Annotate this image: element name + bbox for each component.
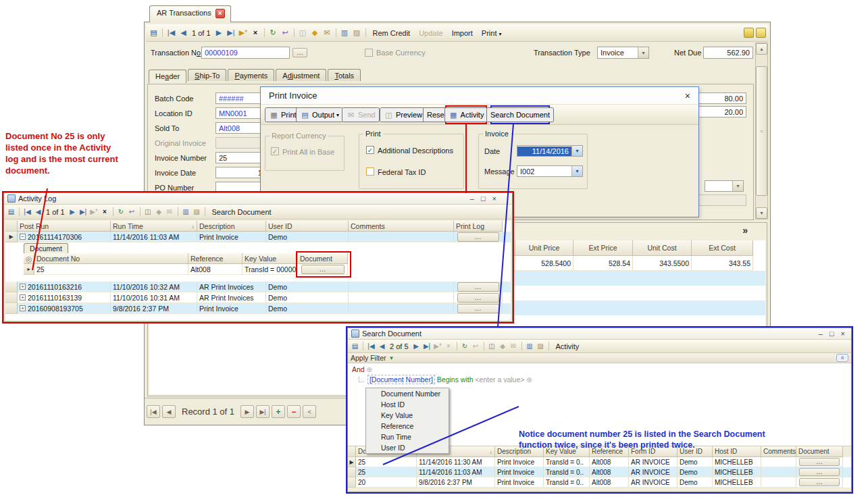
magnifier-icon[interactable]: ◎ bbox=[24, 253, 34, 264]
col-post-run[interactable]: Post Run bbox=[18, 221, 111, 232]
new-record-icon[interactable]: ▶* bbox=[434, 342, 442, 350]
minimize-icon[interactable]: – bbox=[819, 330, 823, 338]
invoice-message-combo[interactable]: I002 ▾ bbox=[517, 165, 583, 177]
rem-credit-button[interactable]: Rem Credit bbox=[369, 28, 414, 38]
dropdown-icon[interactable]: ▾ bbox=[732, 181, 743, 191]
previous-record-icon[interactable]: ◀ bbox=[378, 342, 386, 350]
close-icon[interactable]: × bbox=[492, 194, 496, 203]
items-col-unit-price[interactable]: Unit Price bbox=[515, 240, 573, 256]
print-all-in-base-checkbox[interactable]: ✓ bbox=[271, 147, 279, 155]
expand-row-icon[interactable]: + bbox=[20, 305, 26, 311]
preview-icon[interactable]: ◫ bbox=[144, 207, 153, 216]
document-button[interactable]: … bbox=[799, 478, 840, 486]
dropdown-icon[interactable]: ▾ bbox=[571, 146, 582, 156]
copy-icon[interactable]: ▥ bbox=[526, 342, 534, 350]
document-row[interactable]: ▸ 25 Alt008 TransId = 00000109 … bbox=[24, 264, 349, 275]
transaction-no-input[interactable]: 00000109 bbox=[201, 47, 290, 59]
col-reference[interactable]: Reference bbox=[188, 253, 242, 264]
activity-row[interactable]: +20160908193705 9/8/2016 2:37 PM Print I… bbox=[5, 303, 511, 314]
first-record-icon[interactable]: |◀ bbox=[166, 28, 176, 38]
scroll-down-icon[interactable]: ▾ bbox=[756, 207, 767, 219]
last-record-icon[interactable]: ▶| bbox=[423, 342, 432, 350]
filter-field[interactable]: [Document Number] bbox=[367, 375, 435, 384]
invoice-date-picker[interactable]: 11/14/2016 ▾ bbox=[517, 145, 583, 157]
transaction-no-lookup-button[interactable]: … bbox=[292, 48, 307, 57]
last-record-icon[interactable]: ▶| bbox=[79, 207, 88, 216]
refresh-icon[interactable]: ↻ bbox=[117, 207, 126, 216]
preview-icon[interactable]: ◫ bbox=[488, 342, 496, 350]
additional-descriptions-checkbox[interactable]: ✓ bbox=[366, 146, 374, 154]
maximize-icon[interactable]: □ bbox=[829, 330, 834, 338]
back-button[interactable]: < bbox=[303, 405, 316, 418]
help-icon[interactable]: ◆ bbox=[499, 342, 507, 350]
activity-button[interactable]: ▦Activity bbox=[444, 107, 488, 122]
first-record-icon[interactable]: |◀ bbox=[23, 207, 32, 216]
add-record-button[interactable]: + bbox=[272, 405, 285, 418]
delete-record-icon[interactable]: × bbox=[251, 28, 261, 38]
copy-icon[interactable]: ▥ bbox=[182, 207, 190, 216]
help-icon[interactable]: ◆ bbox=[310, 28, 320, 38]
scrollbar-thumb[interactable]: = bbox=[756, 66, 767, 196]
side-combo[interactable]: ▾ bbox=[705, 180, 744, 192]
search-row[interactable]: ▶ 25 11/14/2016 11:30 AM Print Invoice T… bbox=[348, 457, 851, 467]
items-col-ext-price[interactable]: Ext Price bbox=[573, 240, 633, 256]
add-condition-icon[interactable]: ⊕ bbox=[526, 376, 532, 384]
next-record-icon[interactable]: ▶ bbox=[214, 28, 224, 38]
next-record-icon[interactable]: ▶ bbox=[412, 342, 421, 350]
link-icon[interactable] bbox=[744, 28, 754, 38]
next-record-icon[interactable]: ▶ bbox=[68, 207, 77, 216]
next-record-button[interactable]: ▶ bbox=[240, 405, 254, 418]
undo-icon[interactable]: ↩ bbox=[128, 207, 136, 216]
col-run-time[interactable]: Run Time↓ bbox=[111, 221, 197, 232]
apply-filter-bar[interactable]: Apply Filter ▼ » bbox=[348, 353, 851, 363]
tab-ship-to[interactable]: Ship-To bbox=[188, 69, 226, 81]
import-button[interactable]: Import bbox=[449, 28, 476, 38]
col-key-value[interactable]: Key Value bbox=[242, 253, 298, 264]
paste-icon[interactable]: ▨ bbox=[352, 28, 362, 38]
help-icon[interactable]: ◆ bbox=[155, 207, 163, 216]
copy-icon[interactable]: ▥ bbox=[340, 28, 350, 38]
email-icon[interactable]: ✉ bbox=[165, 207, 174, 216]
previous-record-icon[interactable]: ◀ bbox=[34, 207, 43, 216]
col-document[interactable]: Document bbox=[796, 446, 843, 457]
refresh-icon[interactable]: ↻ bbox=[461, 342, 469, 350]
document-button[interactable]: … bbox=[799, 458, 840, 466]
col-user-id[interactable]: User ID bbox=[266, 221, 349, 232]
email-icon[interactable]: ✉ bbox=[509, 342, 518, 350]
document-subtab[interactable]: Document bbox=[24, 242, 70, 253]
tab-adjustment[interactable]: Adjustment bbox=[276, 69, 326, 81]
print-log-button[interactable]: … bbox=[457, 282, 499, 292]
previous-record-button[interactable]: ◀ bbox=[162, 405, 176, 418]
dropdown-icon[interactable]: ▾ bbox=[571, 166, 582, 176]
collapse-filter-button[interactable]: » bbox=[836, 354, 848, 362]
menu-item-user-id[interactable]: User ID bbox=[366, 442, 449, 453]
col-print-log[interactable]: Print Log bbox=[454, 221, 503, 232]
federal-tax-id-checkbox[interactable] bbox=[366, 167, 374, 176]
col-description[interactable]: Description bbox=[197, 221, 266, 232]
col-document-no[interactable]: Document No bbox=[34, 253, 188, 264]
menu-item-host-id[interactable]: Host ID bbox=[366, 399, 449, 410]
scroll-up-icon[interactable]: ▴ bbox=[756, 43, 767, 55]
first-record-button[interactable]: |◀ bbox=[147, 405, 160, 418]
save-icon[interactable]: ▤ bbox=[351, 342, 359, 350]
base-currency-checkbox[interactable] bbox=[365, 49, 373, 57]
expand-row-icon[interactable]: + bbox=[20, 284, 26, 290]
close-icon[interactable]: × bbox=[841, 330, 845, 338]
new-record-icon[interactable]: ▶* bbox=[90, 207, 99, 216]
preview-button[interactable]: ◫Preview bbox=[380, 107, 426, 122]
expand-pane-icon[interactable]: » bbox=[742, 225, 748, 236]
print-log-button[interactable]: … bbox=[457, 304, 499, 313]
add-condition-icon[interactable]: ⊕ bbox=[367, 366, 372, 373]
filter-value-placeholder[interactable]: <enter a value> bbox=[475, 375, 524, 384]
previous-record-icon[interactable]: ◀ bbox=[178, 28, 188, 38]
note-icon[interactable] bbox=[756, 28, 766, 38]
last-record-icon[interactable]: ▶| bbox=[226, 28, 236, 38]
menu-item-document-number[interactable]: Document Number bbox=[366, 388, 449, 399]
close-icon[interactable]: × bbox=[685, 90, 690, 101]
preview-icon[interactable]: ◫ bbox=[298, 28, 308, 38]
delete-record-button[interactable]: − bbox=[287, 405, 301, 418]
vertical-scrollbar[interactable]: ▴ = ▾ bbox=[755, 43, 768, 219]
close-tab-icon[interactable]: × bbox=[215, 9, 225, 18]
activity-row-current[interactable]: ▶ −20161114170306 11/14/2016 11:03 AM Pr… bbox=[5, 232, 511, 242]
undo-icon[interactable]: ↩ bbox=[280, 28, 290, 38]
